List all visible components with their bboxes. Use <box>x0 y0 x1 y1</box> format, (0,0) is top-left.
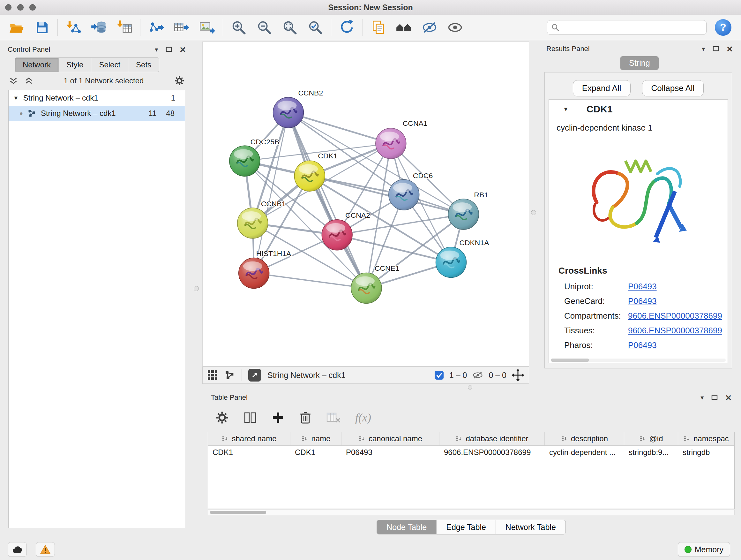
crosslink-value[interactable]: 9606.ENSP00000378699 <box>628 311 722 321</box>
network-node-CDK1[interactable] <box>294 161 325 191</box>
import-database-button[interactable] <box>90 18 108 37</box>
zoom-fit-button[interactable] <box>280 18 299 37</box>
expand-all-icon[interactable] <box>24 76 33 85</box>
close-window-button[interactable] <box>5 4 11 10</box>
column-header-shared-name[interactable]: shared name <box>208 432 290 445</box>
tab-style[interactable]: Style <box>58 57 91 72</box>
tab-select[interactable]: Select <box>91 57 128 72</box>
detach-view-button[interactable] <box>248 369 261 381</box>
zoom-in-button[interactable] <box>229 18 248 37</box>
hide-selected-button[interactable] <box>420 18 439 37</box>
minimize-window-button[interactable] <box>17 4 23 10</box>
collapse-all-icon[interactable] <box>9 76 18 85</box>
left-splitter-handle[interactable] <box>194 286 199 291</box>
export-table-button[interactable] <box>172 18 191 37</box>
table-close-panel-icon[interactable]: × <box>725 394 731 401</box>
zoom-out-button[interactable] <box>255 18 273 37</box>
table-row[interactable]: CDK1CDK1P064939606.ENSP00000378699cyclin… <box>208 446 734 460</box>
network-node-CDC6[interactable] <box>389 179 419 210</box>
network-graph[interactable]: CCNB2CCNA1CDC25BCDK1CDC6RB1CCNB1CCNA2CDK… <box>203 42 529 366</box>
network-node-RB1[interactable] <box>448 199 479 230</box>
zoom-selected-button[interactable] <box>306 18 325 37</box>
search-input[interactable] <box>562 23 702 32</box>
network-canvas[interactable]: CCNB2CCNA1CDC25BCDK1CDC6RB1CCNB1CCNA2CDK… <box>202 42 529 367</box>
network-edge[interactable] <box>288 113 366 288</box>
open-session-button[interactable] <box>7 18 25 37</box>
crosslink-value[interactable]: P06493 <box>628 282 657 292</box>
network-node-CDC25B[interactable] <box>229 145 260 176</box>
copy-document-button[interactable] <box>369 18 388 37</box>
crosslink-value[interactable]: P06493 <box>628 340 657 350</box>
network-node-CCNA1[interactable] <box>376 128 406 159</box>
column-header-database-identifier[interactable]: database identifier <box>440 432 545 445</box>
delete-trash-icon[interactable] <box>299 411 312 424</box>
export-network-button[interactable] <box>147 18 165 37</box>
table-cell[interactable]: stringdb <box>678 446 734 460</box>
tab-sets[interactable]: Sets <box>128 57 159 72</box>
network-edge[interactable] <box>288 113 391 144</box>
collapse-all-button[interactable]: Collapse All <box>642 80 704 97</box>
column-header-name[interactable]: name <box>290 432 341 445</box>
tab-edge-table[interactable]: Edge Table <box>436 520 496 535</box>
add-column-plus-icon[interactable] <box>272 411 284 424</box>
gene-header-row[interactable]: ▼ CDK1 <box>549 100 728 119</box>
column-header-canonical-name[interactable]: canonical name <box>341 432 440 445</box>
help-button[interactable]: ? <box>715 19 731 36</box>
column-header-namespac[interactable]: namespac <box>678 432 734 445</box>
column-header-description[interactable]: description <box>545 432 624 445</box>
search-field[interactable] <box>547 20 706 35</box>
table-panel-menu-icon[interactable]: ▾ <box>700 394 704 401</box>
table-horizontal-scrollbar[interactable] <box>208 509 735 515</box>
table-cell[interactable]: 9606.ENSP00000378699 <box>440 446 545 460</box>
export-image-button[interactable] <box>198 18 216 37</box>
tab-network[interactable]: Network <box>15 57 58 72</box>
table-settings-gear-icon[interactable] <box>215 411 229 424</box>
network-node-CCNE1[interactable] <box>351 273 382 304</box>
memory-button[interactable]: Memory <box>678 542 730 557</box>
show-all-button[interactable] <box>446 18 464 37</box>
network-node-CCNB2[interactable] <box>273 98 304 128</box>
import-table-button[interactable] <box>115 18 134 37</box>
results-horizontal-scrollbar[interactable] <box>551 359 726 362</box>
network-collection-row[interactable]: ▼ String Network – cdk1 1 <box>9 90 185 106</box>
tab-string[interactable]: String <box>620 56 659 70</box>
network-node-CCNA2[interactable] <box>322 220 352 250</box>
table-cell[interactable]: P06493 <box>341 446 440 460</box>
table-cell[interactable]: stringdb:9... <box>624 446 678 460</box>
table-cell[interactable]: CDK1 <box>208 446 290 460</box>
grid-view-icon[interactable] <box>207 370 218 381</box>
table-cell[interactable]: CDK1 <box>290 446 341 460</box>
bottom-splitter-handle[interactable] <box>468 385 472 389</box>
tree-expand-icon[interactable]: ▼ <box>13 95 19 102</box>
import-network-button[interactable] <box>64 18 83 37</box>
warnings-button[interactable] <box>36 542 55 557</box>
tab-node-table[interactable]: Node Table <box>377 520 436 535</box>
gear-icon[interactable] <box>174 76 185 86</box>
float-panel-icon[interactable] <box>165 47 172 52</box>
network-edge[interactable] <box>337 235 451 262</box>
tab-network-table[interactable]: Network Table <box>496 520 566 535</box>
panel-menu-icon[interactable]: ▾ <box>155 46 158 53</box>
results-float-panel-icon[interactable] <box>713 46 719 52</box>
network-node-CDKN1A[interactable] <box>436 247 467 278</box>
crosslink-value[interactable]: P06493 <box>628 296 657 306</box>
zoom-window-button[interactable] <box>29 4 36 10</box>
pan-crosshair-icon[interactable] <box>512 369 524 381</box>
selected-nodes-checkbox-icon[interactable] <box>434 370 444 380</box>
crosslink-value[interactable]: 9606.ENSP00000378699 <box>628 326 722 335</box>
right-splitter-handle[interactable] <box>531 210 536 215</box>
results-close-panel-icon[interactable]: × <box>727 45 733 52</box>
column-header--id[interactable]: @id <box>624 432 678 445</box>
results-panel-menu-icon[interactable]: ▾ <box>702 45 705 53</box>
hidden-eye-slash-icon[interactable] <box>472 370 483 380</box>
close-panel-icon[interactable]: × <box>180 46 186 53</box>
cloud-status-button[interactable] <box>8 542 27 557</box>
show-columns-icon[interactable] <box>244 411 257 424</box>
gene-collapse-icon[interactable]: ▼ <box>563 106 569 113</box>
first-neighbors-button[interactable] <box>395 18 413 37</box>
network-edge[interactable] <box>254 273 366 288</box>
save-session-button[interactable] <box>32 18 51 37</box>
network-row[interactable]: ● String Network – cdk1 11 48 <box>9 106 185 121</box>
refresh-layout-button[interactable] <box>338 18 356 37</box>
network-node-CCNB1[interactable] <box>238 208 268 239</box>
